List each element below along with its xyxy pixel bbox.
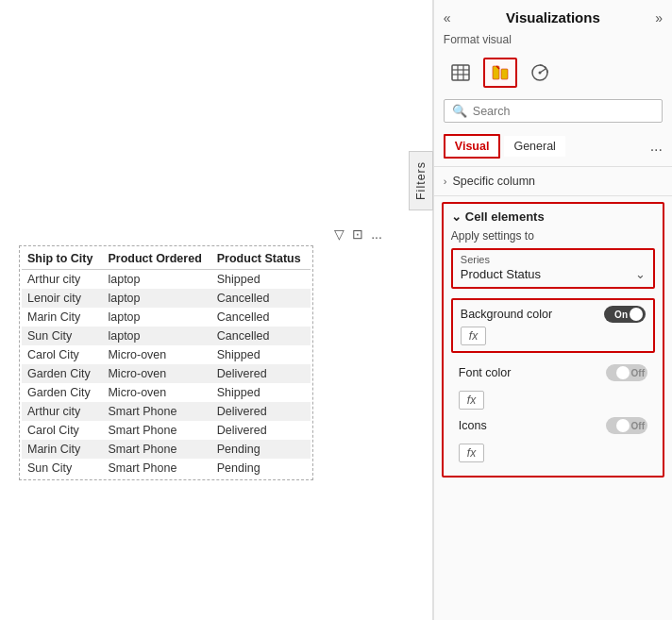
- collapse-left-icon[interactable]: «: [444, 10, 451, 25]
- table-cell: laptop: [102, 270, 210, 290]
- table-cell: Smart Phone: [102, 402, 210, 421]
- table-cell: Micro-oven: [102, 364, 210, 383]
- apply-settings-label: Apply settings to: [451, 229, 655, 243]
- table-cell: Shipped: [211, 270, 311, 290]
- table-row: Sun CitySmart PhonePending: [22, 459, 311, 478]
- table-cell: Marin City: [22, 440, 102, 459]
- table-cell: Marin City: [22, 308, 102, 327]
- tab-visual[interactable]: Visual: [444, 134, 501, 159]
- table-cell: Arthur city: [22, 402, 102, 421]
- table-cell: Carol City: [22, 421, 102, 440]
- table-cell: Pending: [211, 440, 311, 459]
- font-color-toggle[interactable]: Off: [606, 364, 647, 381]
- icons-toggle[interactable]: Off: [606, 417, 647, 434]
- svg-rect-0: [452, 65, 469, 80]
- icons-fx-button[interactable]: fx: [459, 444, 484, 462]
- background-color-box: Background color On fx: [451, 298, 655, 353]
- table-row: Arthur citySmart PhoneDelivered: [22, 402, 311, 421]
- specific-column-label: Specific column: [452, 175, 535, 188]
- col-product-status: Product Status: [211, 248, 311, 270]
- filters-tab[interactable]: Filters: [409, 151, 433, 210]
- icons-toggle-circle: [616, 419, 630, 432]
- table-cell: Shipped: [211, 383, 311, 402]
- table-cell: laptop: [102, 327, 210, 345]
- icons-label: Icons: [459, 419, 487, 432]
- table-cell: Garden City: [22, 383, 102, 402]
- table-cell: Smart Phone: [102, 459, 210, 478]
- table-cell: Arthur city: [22, 270, 102, 290]
- format-icons-row: [434, 54, 672, 95]
- tab-row: Visual General ...: [434, 130, 672, 164]
- data-table: Ship to City Product Ordered Product Sta…: [22, 248, 311, 478]
- table-cell: Cancelled: [211, 308, 311, 327]
- svg-rect-6: [501, 69, 508, 79]
- cell-elements-section: ⌄ Cell elements Apply settings to Series…: [442, 202, 664, 478]
- table-icon-btn[interactable]: [444, 58, 478, 88]
- table-row: Arthur citylaptopShipped: [22, 270, 311, 290]
- table-cell: Delivered: [211, 421, 311, 440]
- table-cell: Delivered: [211, 364, 311, 383]
- table-row: Sun CitylaptopCancelled: [22, 327, 311, 345]
- toggle-on-label: On: [614, 310, 628, 320]
- expand-icon[interactable]: ⊡: [352, 226, 363, 242]
- table-cell: Smart Phone: [102, 440, 210, 459]
- table-cell: Delivered: [211, 402, 311, 421]
- table-cell: laptop: [102, 289, 210, 308]
- search-input[interactable]: [473, 105, 654, 118]
- table-row: Lenoir citylaptopCancelled: [22, 289, 311, 308]
- font-toggle-off-label: Off: [631, 368, 645, 378]
- icons-row: Icons Off: [451, 413, 655, 438]
- table-row: Carol CitySmart PhoneDelivered: [22, 421, 311, 440]
- icons-toggle-off-label: Off: [631, 421, 645, 431]
- font-color-row: Font color Off: [451, 360, 655, 385]
- series-label: Series: [453, 250, 653, 265]
- table-cell: Micro-oven: [102, 345, 210, 364]
- toggle-circle: [630, 308, 643, 321]
- tab-general[interactable]: General: [504, 136, 564, 157]
- font-color-label: Font color: [459, 366, 512, 379]
- background-color-toggle[interactable]: On: [604, 306, 646, 323]
- col-ship-to-city: Ship to City: [22, 248, 102, 270]
- table-cell: Smart Phone: [102, 421, 210, 440]
- font-color-fx-button[interactable]: fx: [459, 391, 484, 410]
- format-visual-label: Format visual: [444, 33, 512, 46]
- table-cell: Pending: [211, 459, 311, 478]
- svg-point-9: [538, 72, 541, 75]
- table-cell: Lenoir city: [22, 289, 102, 308]
- visualizations-panel: « Visualizations » Format visual: [433, 0, 672, 620]
- filter-icon[interactable]: ▽: [334, 226, 344, 242]
- table-cell: Carol City: [22, 345, 102, 364]
- analytics-icon-btn[interactable]: [523, 58, 557, 88]
- series-value: Product Status: [461, 267, 541, 281]
- chevron-down-icon: ⌄: [451, 209, 462, 224]
- table-cell: Shipped: [211, 345, 311, 364]
- font-toggle-circle: [616, 366, 630, 379]
- expand-right-icon[interactable]: »: [655, 10, 663, 25]
- table-cell: Sun City: [22, 459, 102, 478]
- table-header-row: Ship to City Product Ordered Product Sta…: [22, 248, 311, 270]
- table-cell: Sun City: [22, 327, 102, 345]
- cell-elements-label: Cell elements: [465, 209, 545, 224]
- table-cell: laptop: [102, 308, 210, 327]
- search-icon: 🔍: [452, 104, 467, 118]
- chart-format-icon-btn[interactable]: [483, 58, 517, 88]
- table-cell: Garden City: [22, 364, 102, 383]
- more-options-icon[interactable]: ...: [371, 226, 382, 242]
- background-color-label: Background color: [461, 308, 552, 321]
- background-color-fx-button[interactable]: fx: [461, 327, 486, 345]
- series-dropdown-box[interactable]: Series Product Status ⌄: [451, 248, 655, 289]
- table-cell: Cancelled: [211, 289, 311, 308]
- series-dropdown-icon[interactable]: ⌄: [635, 267, 646, 281]
- table-row: Garden CityMicro-ovenDelivered: [22, 364, 311, 383]
- table-cell: Cancelled: [211, 327, 311, 345]
- data-table-container: Ship to City Product Ordered Product Sta…: [19, 245, 313, 480]
- specific-column-section[interactable]: › Specific column: [434, 169, 672, 193]
- tab-more-icon[interactable]: ...: [650, 138, 663, 155]
- filter-panel[interactable]: Filters: [411, 0, 433, 620]
- chevron-right-icon: ›: [444, 176, 447, 187]
- table-row: Garden CityMicro-ovenShipped: [22, 383, 311, 402]
- panel-title: Visualizations: [506, 9, 600, 25]
- search-box[interactable]: 🔍: [444, 99, 663, 123]
- table-row: Carol CityMicro-ovenShipped: [22, 345, 311, 364]
- table-cell: Micro-oven: [102, 383, 210, 402]
